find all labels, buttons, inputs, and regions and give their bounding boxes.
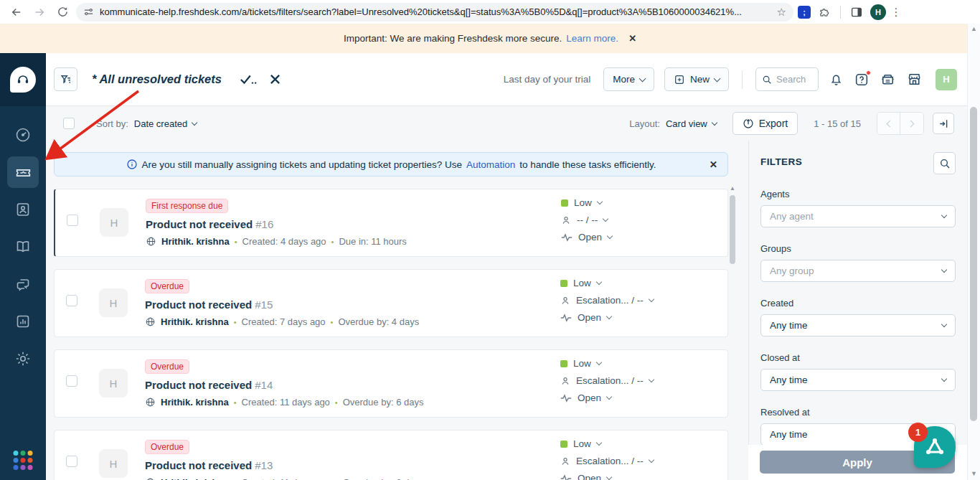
sidebar-item-tickets[interactable]	[7, 156, 39, 188]
scrollbar-thumb[interactable]	[730, 195, 735, 264]
requester-name[interactable]: Hrithik. krishna	[161, 316, 229, 327]
browser-menu-icon[interactable]: ⋮	[890, 6, 902, 19]
freshdesk-logo[interactable]	[0, 53, 46, 106]
ticket-card[interactable]: H First response due Product not receive…	[54, 189, 728, 257]
address-bar[interactable]: kommunicate-help.freshdesk.com/a/tickets…	[76, 3, 793, 22]
closed-at-select[interactable]: Any time	[760, 369, 956, 391]
scroll-up-arrow[interactable]: ▲	[729, 185, 736, 192]
status-dropdown[interactable]: Open	[560, 312, 654, 323]
priority-dropdown[interactable]: Low	[560, 358, 654, 369]
export-icon	[743, 118, 754, 129]
filter-label-closed-at: Closed at	[760, 352, 956, 363]
created-text: Created: 4 days ago	[242, 236, 326, 247]
banner-close-icon[interactable]: ✕	[628, 33, 636, 44]
discard-view-icon[interactable]	[270, 74, 281, 85]
assignee-dropdown[interactable]: Escalation... / --	[560, 295, 654, 306]
requester-name[interactable]: Hrithik. krishna	[161, 397, 229, 408]
ticket-subject-link[interactable]: Product not received#15	[145, 298, 419, 311]
sort-by-dropdown[interactable]: Date created	[134, 118, 197, 129]
priority-dropdown[interactable]: Low	[560, 278, 654, 288]
requester-name[interactable]: Hrithik. krishna	[161, 477, 229, 480]
status-dropdown[interactable]: Open	[560, 392, 654, 403]
ticket-checkbox[interactable]	[66, 456, 77, 467]
assignee-dropdown[interactable]: Escalation... / --	[560, 375, 654, 386]
save-view-icon[interactable]	[240, 74, 257, 85]
sidebar-item-analytics[interactable]	[7, 306, 39, 337]
ticket-checkbox[interactable]	[66, 295, 77, 306]
ticket-meta: Hrithik. krishna • Created: 4 days ago •…	[146, 236, 407, 247]
window-scrollbar[interactable]: ▲ ▼	[967, 24, 980, 480]
status-dropdown[interactable]: Open	[560, 473, 654, 480]
ticket-subject-link[interactable]: Product not received#14	[145, 379, 423, 391]
automation-text-before: Are you still manually assigning tickets…	[142, 159, 462, 170]
sidebar-item-dashboard[interactable]	[7, 119, 39, 151]
chevron-down-icon	[714, 75, 721, 82]
automation-link[interactable]: Automation	[466, 159, 515, 170]
created-select[interactable]: Any time	[760, 314, 956, 337]
side-panel-icon[interactable]	[847, 3, 866, 22]
sidebar-item-forums[interactable]	[7, 268, 39, 300]
sidebar-item-contacts[interactable]	[7, 194, 39, 225]
site-settings-icon[interactable]	[83, 6, 94, 17]
browser-profile-avatar[interactable]: H	[870, 4, 886, 20]
sidebar-item-solutions[interactable]	[7, 231, 39, 263]
export-button[interactable]: Export	[732, 112, 798, 135]
ticket-card[interactable]: H Overdue Product not received#14 Hrithi…	[54, 349, 728, 418]
automation-text-after: to handle these tasks efficiently.	[519, 159, 656, 170]
ticket-card[interactable]: H Overdue Product not received#15 Hrithi…	[54, 269, 728, 337]
priority-dropdown[interactable]: Low	[561, 197, 612, 208]
next-page-button[interactable]	[900, 113, 923, 134]
browser-forward-icon[interactable]	[30, 3, 49, 22]
new-button[interactable]: New	[664, 67, 729, 91]
collapse-panel-button[interactable]	[933, 113, 954, 134]
ticket-checkbox[interactable]	[66, 375, 77, 387]
scroll-up-arrow[interactable]: ▲	[968, 24, 980, 34]
ticket-subject-link[interactable]: Product not received#16	[146, 218, 407, 230]
scrollbar-thumb[interactable]	[970, 107, 977, 421]
filter-search-button[interactable]	[933, 152, 956, 174]
agent-icon	[560, 296, 570, 306]
bookmark-star-icon[interactable]: ☆	[777, 6, 786, 19]
filters-heading: FILTERS	[760, 152, 802, 167]
notifications-bell-icon[interactable]	[829, 72, 844, 87]
toolbar-divider	[840, 6, 841, 19]
ticket-checkbox[interactable]	[67, 215, 78, 226]
global-search[interactable]	[755, 67, 819, 91]
freshworks-switcher-icon[interactable]	[14, 451, 33, 470]
select-all-checkbox[interactable]	[63, 118, 75, 129]
analytics-icon	[14, 313, 32, 330]
chevron-down-icon	[639, 75, 646, 82]
layout-dropdown[interactable]: Card view	[666, 118, 717, 129]
agents-select[interactable]: Any agent	[760, 205, 956, 227]
user-avatar[interactable]: H	[936, 69, 957, 90]
assignee-dropdown[interactable]: -- / --	[561, 215, 612, 225]
priority-color	[560, 360, 567, 367]
list-scrollbar[interactable]: ▲	[729, 185, 736, 480]
requester-name[interactable]: Hrithik. krishna	[161, 236, 230, 247]
extensions-puzzle-icon[interactable]	[815, 3, 834, 22]
browser-reload-icon[interactable]	[53, 3, 72, 22]
prev-page-button[interactable]	[877, 113, 900, 134]
ticket-subject-link[interactable]: Product not received#13	[145, 459, 423, 471]
due-text: Overdue by: 4 days	[338, 316, 419, 327]
priority-dropdown[interactable]: Low	[560, 438, 654, 449]
url-text[interactable]: kommunicate-help.freshdesk.com/a/tickets…	[100, 6, 771, 17]
phone-icon[interactable]	[880, 71, 896, 88]
marketplace-icon[interactable]	[906, 71, 923, 88]
help-icon[interactable]	[854, 72, 870, 88]
info-banner-close-icon[interactable]: ✕	[710, 159, 717, 170]
learn-more-link[interactable]: Learn more.	[566, 33, 618, 44]
more-button[interactable]: More	[603, 67, 654, 91]
browser-back-icon[interactable]	[7, 3, 26, 22]
search-input[interactable]	[776, 74, 812, 85]
password-extension-icon[interactable]: ;	[798, 6, 811, 19]
filter-views-button[interactable]	[54, 67, 77, 91]
priority-color	[560, 441, 567, 448]
toolbar-right: Layout: Card view Export 1 - 15 of 15	[629, 112, 954, 135]
assignee-dropdown[interactable]: Escalation... / --	[560, 456, 654, 466]
scroll-down-arrow[interactable]: ▼	[968, 469, 980, 479]
ticket-card[interactable]: H Overdue Product not received#13 Hrithi…	[54, 430, 728, 480]
groups-select[interactable]: Any group	[760, 260, 956, 282]
sidebar-item-admin[interactable]	[7, 343, 39, 375]
status-dropdown[interactable]: Open	[561, 232, 612, 243]
